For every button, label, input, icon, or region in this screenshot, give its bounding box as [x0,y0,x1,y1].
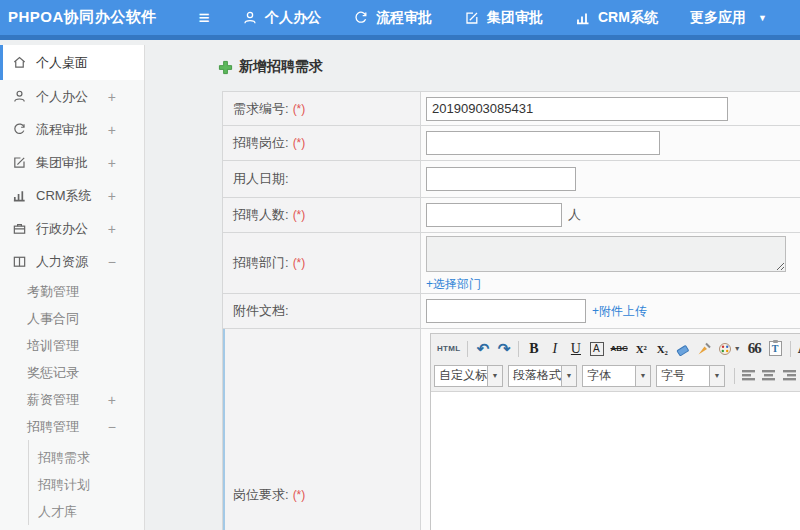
recruit-count-input[interactable] [426,203,562,227]
italic-button[interactable]: I [545,339,564,359]
sidebar-item-human-resources[interactable]: 人力资源 − [0,245,144,278]
bar-chart-icon [575,10,591,26]
nav-more-apps[interactable]: 更多应用 ▼ [690,9,767,27]
paragraph-format-select[interactable]: 段落格式 ▼ [508,365,577,387]
expand-toggle[interactable]: + [108,80,116,113]
required-mark: (*) [293,208,306,222]
superscript-button[interactable]: X² [632,339,651,359]
blockquote-button[interactable]: 66 [745,339,764,359]
form-row-recruit-department: 招聘部门: (*) +选择部门 [223,233,800,294]
nav-workflow-approval[interactable]: 流程审批 [353,9,432,27]
collapse-toggle[interactable]: − [108,245,116,278]
toolbar-separator [467,341,468,357]
form-row-recruit-count: 招聘人数: (*) 人 [223,198,800,233]
field-label: 用人日期: [233,170,289,188]
workflow-icon [353,10,369,26]
recruit-department-textarea[interactable] [426,236,786,272]
editor-content-area[interactable] [431,392,800,530]
sidebar-item-recruit-management[interactable]: 招聘管理 − [0,413,144,440]
nav-crm-system[interactable]: CRM系统 [575,9,658,27]
expand-toggle[interactable]: + [108,179,116,212]
align-center-icon[interactable] [761,369,777,383]
top-navigation: 个人办公 流程审批 集团审批 CRM系统 更多应用 ▼ [242,9,799,27]
bold-button[interactable]: B [524,339,543,359]
required-mark: (*) [293,102,306,116]
add-icon [218,60,233,75]
edit-icon [464,10,480,26]
caret-down-icon: ▼ [635,366,650,386]
format-brush-icon[interactable] [695,339,714,359]
sidebar-item-hr-contract[interactable]: 人事合同 [0,305,144,332]
field-label: 岗位要求: [233,486,289,504]
sidebar-item-recruit-demand[interactable]: 招聘需求 [29,444,144,471]
sidebar: 个人桌面 个人办公 + 流程审批 + 集团审批 + CRM系统 + 行政办公 +… [0,45,145,530]
home-icon [12,55,27,70]
rich-text-editor: HTML ↶ ↷ B I U A ABC X² [430,333,800,530]
sidebar-item-personal-office[interactable]: 个人办公 + [0,80,144,113]
recruit-post-input[interactable] [426,131,660,155]
toolbar-separator [518,341,519,357]
align-right-icon[interactable] [781,369,797,383]
recruit-submenu: 招聘需求 招聘计划 人才库 [28,440,144,525]
sidebar-item-reward-punishment[interactable]: 奖惩记录 [0,359,144,386]
expand-toggle[interactable]: + [108,212,116,245]
sidebar-item-admin-office[interactable]: 行政办公 + [0,212,144,245]
required-mark: (*) [293,488,306,502]
html-source-button[interactable]: HTML [435,339,462,359]
hire-date-input[interactable] [426,167,576,191]
demand-number-input[interactable] [426,97,728,121]
redo-icon[interactable]: ↷ [494,339,513,359]
color-palette-icon[interactable]: ▼ [716,339,743,359]
select-department-link[interactable]: +选择部门 [426,276,786,293]
expand-toggle[interactable]: + [108,386,116,413]
sidebar-item-training[interactable]: 培训管理 [0,332,144,359]
font-family-select[interactable]: 字体 ▼ [582,365,651,387]
nav-personal-office[interactable]: 个人办公 [242,9,321,27]
toolbar-separator [734,368,735,384]
expand-toggle[interactable]: + [108,146,116,179]
strikethrough-button[interactable]: ABC [608,339,629,359]
form-row-recruit-post: 招聘岗位: (*) [223,126,800,161]
sidebar-item-recruit-plan[interactable]: 招聘计划 [29,471,144,498]
subscript-button[interactable]: X₂ [653,339,672,359]
required-mark: (*) [293,256,306,270]
underline-button[interactable]: U [566,339,585,359]
sidebar-item-workflow-approval[interactable]: 流程审批 + [0,113,144,146]
expand-toggle[interactable]: + [108,113,116,146]
eraser-icon[interactable] [674,339,693,359]
font-style-button[interactable]: A [587,339,606,359]
field-label: 附件文档: [233,302,289,320]
align-left-icon[interactable] [741,369,757,383]
field-label: 招聘岗位: [233,134,289,152]
collapse-toggle[interactable]: − [108,413,116,440]
app-title: PHPOA协同办公软件 [0,8,192,27]
caret-down-icon: ▼ [561,366,576,386]
sidebar-item-talent-pool[interactable]: 人才库 [29,498,144,525]
sidebar-item-crm-system[interactable]: CRM系统 + [0,179,144,212]
paste-as-text-icon[interactable]: T [766,339,785,359]
form-row-attachment: 附件文档: +附件上传 [223,294,800,329]
caret-down-icon: ▼ [487,366,502,386]
sidebar-item-personal-desktop[interactable]: 个人桌面 [0,45,144,80]
font-size-select[interactable]: 字号 ▼ [656,365,725,387]
heading-select[interactable]: 自定义标题 ▼ [434,365,503,387]
form-row-post-requirements: 岗位要求: (*) HTML ↶ ↷ B I U [223,329,800,530]
briefcase-icon [12,221,27,236]
hamburger-menu-icon[interactable]: ≡ [192,0,216,38]
sidebar-item-salary[interactable]: 薪资管理 + [0,386,144,413]
caret-down-icon: ▼ [734,345,741,352]
undo-icon[interactable]: ↶ [473,339,492,359]
user-icon [12,89,27,104]
editor-toolbar: HTML ↶ ↷ B I U A ABC X² [431,334,800,392]
attachment-upload-link[interactable]: +附件上传 [592,303,647,320]
sidebar-item-attendance[interactable]: 考勤管理 [0,278,144,305]
form-row-hire-date: 用人日期: [223,161,800,198]
font-color-button[interactable]: A ▼ [796,339,800,359]
nav-group-approval[interactable]: 集团审批 [464,9,543,27]
book-icon [12,254,27,269]
attachment-input[interactable] [426,299,586,323]
user-icon [242,10,258,26]
field-label: 招聘部门: [233,254,289,272]
caret-down-icon: ▼ [709,366,724,386]
sidebar-item-group-approval[interactable]: 集团审批 + [0,146,144,179]
